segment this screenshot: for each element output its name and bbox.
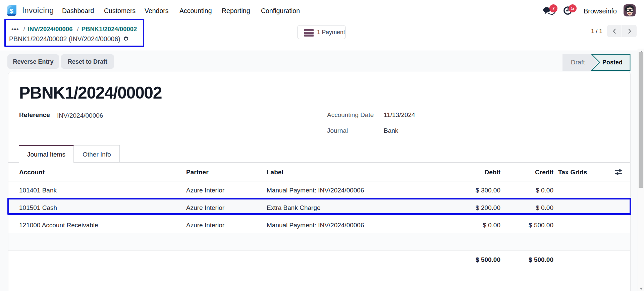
svg-text:$: $ bbox=[10, 7, 13, 14]
svg-text:Posted: Posted bbox=[602, 59, 623, 66]
svg-text:Draft: Draft bbox=[571, 59, 585, 66]
